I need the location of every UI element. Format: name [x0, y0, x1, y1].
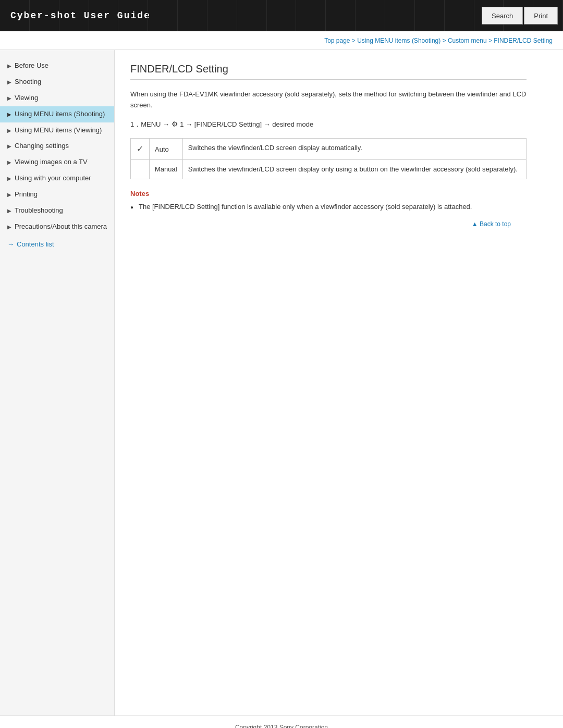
sidebar-item-precautions[interactable]: ▶ Precautions/About this camera — [0, 219, 114, 235]
list-item: The [FINDER/LCD Setting] function is ava… — [130, 202, 527, 213]
sidebar-item-before-use[interactable]: ▶ Before Use — [0, 58, 114, 74]
sidebar-item-viewing[interactable]: ▶ Viewing — [0, 90, 114, 106]
settings-table: ✓ Auto Switches the viewfinder/LCD scree… — [130, 138, 527, 179]
sidebar-item-label: Using MENU items (Viewing) — [15, 126, 102, 135]
main-content: FINDER/LCD Setting When using the FDA-EV… — [115, 50, 542, 715]
checkmark-icon: ✓ — [137, 144, 143, 153]
chevron-right-icon: ▶ — [7, 159, 11, 166]
notes-list: The [FINDER/LCD Setting] function is ava… — [130, 202, 527, 213]
manual-label-cell: Manual — [150, 160, 183, 179]
search-button[interactable]: Search — [482, 7, 523, 24]
sidebar-item-label: Troubleshooting — [15, 206, 63, 215]
notes-section: Notes The [FINDER/LCD Setting] function … — [130, 190, 527, 213]
auto-label-cell: Auto — [150, 139, 183, 160]
sidebar-item-changing-settings[interactable]: ▶ Changing settings — [0, 138, 114, 154]
manual-icon-cell — [131, 160, 150, 179]
back-to-top-link[interactable]: Back to top — [472, 220, 511, 228]
chevron-right-icon: ▶ — [7, 191, 11, 198]
auto-icon-cell: ✓ — [131, 139, 150, 160]
sidebar-item-label: Using MENU items (Shooting) — [15, 110, 105, 119]
sidebar-item-label: Using with your computer — [15, 174, 91, 183]
header-buttons: Search Print — [482, 0, 558, 31]
chevron-right-icon: ▶ — [7, 175, 11, 182]
chevron-right-icon: ▶ — [7, 207, 11, 214]
sidebar-item-using-menu-viewing[interactable]: ▶ Using MENU items (Viewing) — [0, 122, 114, 139]
chevron-right-icon: ▶ — [7, 127, 11, 134]
breadcrumb-text[interactable]: Top page > Using MENU items (Shooting) >… — [324, 37, 553, 44]
breadcrumb: Top page > Using MENU items (Shooting) >… — [0, 31, 563, 50]
sidebar-item-viewing-images-tv[interactable]: ▶ Viewing images on a TV — [0, 154, 114, 170]
header-title-area: Cyber-shot User Guide — [0, 0, 482, 31]
print-button[interactable]: Print — [524, 7, 558, 24]
sidebar: ▶ Before Use ▶ Shooting ▶ Viewing ▶ Usin… — [0, 50, 115, 715]
sidebar-item-shooting[interactable]: ▶ Shooting — [0, 74, 114, 90]
chevron-right-icon: ▶ — [7, 224, 11, 230]
arrow-right-icon: → — [7, 240, 14, 248]
sidebar-item-label: Viewing images on a TV — [15, 158, 88, 167]
chevron-right-icon: ▶ — [7, 79, 11, 85]
header: Cyber-shot User Guide Search Print — [0, 0, 563, 31]
sidebar-item-using-menu-shooting[interactable]: ▶ Using MENU items (Shooting) — [0, 106, 114, 122]
auto-desc-cell: Switches the viewfinder/LCD screen displ… — [182, 139, 526, 160]
page-title: FINDER/LCD Setting — [130, 63, 527, 80]
sidebar-item-label: Changing settings — [15, 142, 69, 151]
auto-label: Auto — [155, 145, 169, 153]
sidebar-item-printing[interactable]: ▶ Printing — [0, 187, 114, 203]
sidebar-item-label: Printing — [15, 190, 38, 199]
footer: Copyright 2013 Sony Corporation — [0, 715, 563, 728]
app-title: Cyber-shot User Guide — [10, 10, 151, 21]
table-row: ✓ Auto Switches the viewfinder/LCD scree… — [131, 139, 527, 160]
manual-label: Manual — [155, 165, 177, 173]
chevron-right-icon: ▶ — [7, 63, 11, 69]
sidebar-item-label: Precautions/About this camera — [15, 223, 107, 231]
manual-desc-cell: Switches the viewfinder/LCD screen displ… — [182, 160, 526, 179]
gear-icon: ⚙ — [172, 118, 178, 130]
intro-text: When using the FDA-EV1MK viewfinder acce… — [130, 89, 527, 111]
sidebar-item-label: Before Use — [15, 61, 48, 70]
table-row: Manual Switches the viewfinder/LCD scree… — [131, 160, 527, 179]
sidebar-item-label: Shooting — [15, 78, 41, 87]
chevron-right-icon: ▶ — [7, 111, 11, 118]
chevron-right-icon: ▶ — [7, 143, 11, 150]
sidebar-item-label: Viewing — [15, 94, 38, 103]
contents-link-label: Contents list — [17, 240, 54, 248]
chevron-right-icon: ▶ — [7, 95, 11, 102]
main-layout: ▶ Before Use ▶ Shooting ▶ Viewing ▶ Usin… — [0, 50, 563, 715]
instruction-text: 1．MENU → ⚙ 1 → [FINDER/LCD Setting] → de… — [130, 118, 527, 130]
notes-title: Notes — [130, 190, 527, 198]
copyright-text: Copyright 2013 Sony Corporation — [235, 724, 328, 728]
contents-list-link[interactable]: → Contents list — [0, 235, 114, 253]
back-to-top-bar: Back to top — [130, 215, 527, 233]
sidebar-item-using-computer[interactable]: ▶ Using with your computer — [0, 170, 114, 187]
sidebar-item-troubleshooting[interactable]: ▶ Troubleshooting — [0, 203, 114, 219]
